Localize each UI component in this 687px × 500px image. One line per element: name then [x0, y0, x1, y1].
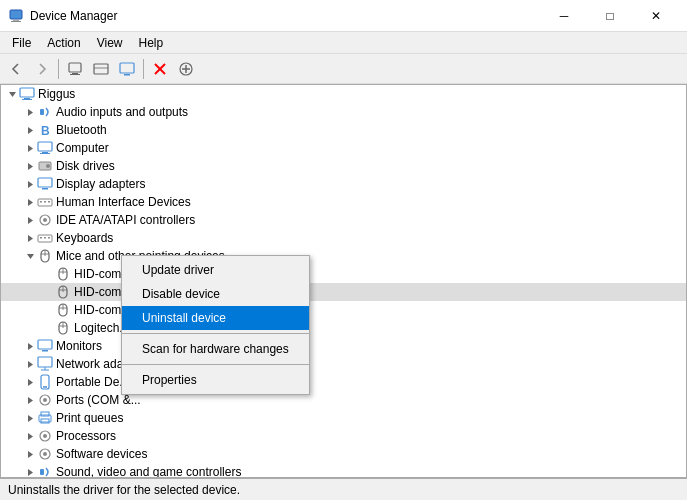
- tree-item-network[interactable]: Network ada...: [1, 355, 686, 373]
- tree-toggle-computer[interactable]: [23, 141, 37, 155]
- svg-marker-41: [28, 235, 33, 242]
- tree-toggle-monitors[interactable]: [23, 339, 37, 353]
- tree-toggle-software[interactable]: [23, 447, 37, 461]
- tree-item-hid-com2[interactable]: HID-com...: [1, 301, 686, 319]
- menu-file[interactable]: File: [4, 34, 39, 52]
- svg-marker-65: [28, 361, 33, 368]
- back-button[interactable]: [4, 57, 28, 81]
- tree-label-software: Software devices: [56, 447, 686, 461]
- tree-item-bluetooth[interactable]: BBluetooth: [1, 121, 686, 139]
- tree-item-proc[interactable]: Processors: [1, 427, 686, 445]
- device-icon-hid-com1: [55, 284, 71, 300]
- device-icon-hid: [37, 194, 53, 210]
- tree-item-hid-mouse[interactable]: HID-compliant mouse: [1, 265, 686, 283]
- tree-toggle-hid-com1[interactable]: [41, 285, 55, 299]
- properties-button[interactable]: [63, 57, 87, 81]
- device-icon-disk: [37, 158, 53, 174]
- menu-view[interactable]: View: [89, 34, 131, 52]
- tree-item-print[interactable]: Print queues: [1, 409, 686, 427]
- svg-rect-16: [20, 88, 34, 97]
- tree-item-audio[interactable]: Audio inputs and outputs: [1, 103, 686, 121]
- svg-rect-3: [69, 63, 81, 72]
- monitor-button[interactable]: [115, 57, 139, 81]
- scan-button[interactable]: [89, 57, 113, 81]
- delete-button[interactable]: [148, 57, 172, 81]
- tree-item-display[interactable]: Display adapters: [1, 175, 686, 193]
- tree-item-keyboard[interactable]: Keyboards: [1, 229, 686, 247]
- tree-toggle-keyboard[interactable]: [23, 231, 37, 245]
- svg-rect-8: [120, 63, 134, 73]
- svg-rect-20: [40, 109, 44, 115]
- tree-toggle-logitech[interactable]: [41, 321, 55, 335]
- device-icon-sound: [37, 464, 53, 478]
- svg-rect-37: [48, 201, 50, 203]
- tree-item-logitech[interactable]: Logitech...: [1, 319, 686, 337]
- maximize-button[interactable]: □: [587, 0, 633, 32]
- tree-item-computer[interactable]: Computer: [1, 139, 686, 157]
- app-icon: [8, 8, 24, 24]
- tree-item-root[interactable]: Riggus: [1, 85, 686, 103]
- device-tree[interactable]: RiggusAudio inputs and outputsBBluetooth…: [0, 84, 687, 478]
- svg-point-40: [43, 218, 47, 222]
- tree-item-sound[interactable]: Sound, video and game controllers: [1, 463, 686, 478]
- tree-toggle-sound[interactable]: [23, 465, 37, 478]
- tree-toggle-portable[interactable]: [23, 375, 37, 389]
- context-menu-item-scan[interactable]: Scan for hardware changes: [122, 337, 309, 361]
- tree-toggle-audio[interactable]: [23, 105, 37, 119]
- minimize-button[interactable]: ─: [541, 0, 587, 32]
- tree-toggle-ports[interactable]: [23, 393, 37, 407]
- svg-rect-5: [70, 74, 80, 75]
- tree-toggle-mice[interactable]: [23, 249, 37, 263]
- tree-item-hid[interactable]: Human Interface Devices: [1, 193, 686, 211]
- tree-toggle-ide[interactable]: [23, 213, 37, 227]
- tree-toggle-hid-com2[interactable]: [41, 303, 55, 317]
- context-menu-item-disable[interactable]: Disable device: [122, 282, 309, 306]
- tree-item-ports[interactable]: Ports (COM &...: [1, 391, 686, 409]
- tree-item-monitors[interactable]: Monitors: [1, 337, 686, 355]
- window-title: Device Manager: [30, 9, 541, 23]
- svg-rect-31: [38, 178, 52, 187]
- context-menu-item-uninstall[interactable]: Uninstall device: [122, 306, 309, 330]
- svg-rect-63: [38, 340, 52, 349]
- add-button[interactable]: [174, 57, 198, 81]
- tree-item-software[interactable]: Software devices: [1, 445, 686, 463]
- svg-rect-32: [42, 188, 48, 190]
- tree-label-print: Print queues: [56, 411, 686, 425]
- menu-action[interactable]: Action: [39, 34, 88, 52]
- tree-label-hid: Human Interface Devices: [56, 195, 686, 209]
- title-bar: Device Manager ─ □ ✕: [0, 0, 687, 32]
- tree-toggle-hid-mouse[interactable]: [41, 267, 55, 281]
- svg-marker-21: [28, 127, 33, 134]
- tree-toggle-hid[interactable]: [23, 195, 37, 209]
- tree-item-portable[interactable]: Portable De...: [1, 373, 686, 391]
- tree-toggle-proc[interactable]: [23, 429, 37, 443]
- tree-toggle-disk[interactable]: [23, 159, 37, 173]
- svg-marker-27: [28, 163, 33, 170]
- tree-item-disk[interactable]: Disk drives: [1, 157, 686, 175]
- main-content: RiggusAudio inputs and outputsBBluetooth…: [0, 84, 687, 478]
- svg-rect-9: [124, 74, 130, 76]
- forward-button[interactable]: [30, 57, 54, 81]
- tree-toggle-bluetooth[interactable]: [23, 123, 37, 137]
- device-icon-hid-mouse: [55, 266, 71, 282]
- tree-item-mice[interactable]: Mice and other pointing devices: [1, 247, 686, 265]
- device-icon-bluetooth: B: [37, 122, 53, 138]
- close-button[interactable]: ✕: [633, 0, 679, 32]
- device-icon-ide: [37, 212, 53, 228]
- svg-rect-6: [94, 64, 108, 74]
- context-menu-item-update[interactable]: Update driver: [122, 258, 309, 282]
- tree-item-hid-com1[interactable]: HID-com...: [1, 283, 686, 301]
- tree-toggle-display[interactable]: [23, 177, 37, 191]
- svg-marker-69: [28, 379, 33, 386]
- tree-item-ide[interactable]: IDE ATA/ATAPI controllers: [1, 211, 686, 229]
- tree-label-keyboard: Keyboards: [56, 231, 686, 245]
- toolbar-sep-1: [58, 59, 59, 79]
- tree-toggle-network[interactable]: [23, 357, 37, 371]
- device-icon-display: [37, 176, 53, 192]
- device-icon-software: [37, 446, 53, 462]
- tree-toggle-root[interactable]: [5, 87, 19, 101]
- context-menu-item-properties[interactable]: Properties: [122, 368, 309, 392]
- menu-bar: File Action View Help: [0, 32, 687, 54]
- tree-toggle-print[interactable]: [23, 411, 37, 425]
- menu-help[interactable]: Help: [131, 34, 172, 52]
